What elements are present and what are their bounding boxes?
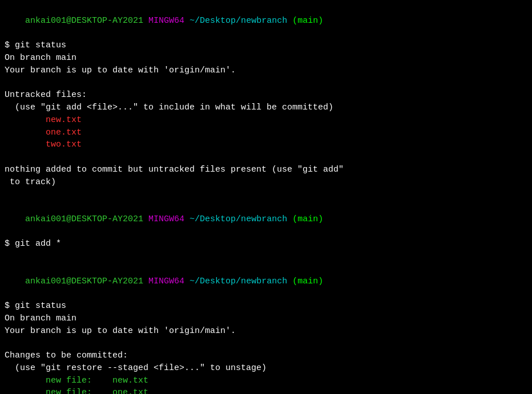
prompt-path-top: ~/Desktop/newbranch <box>190 16 287 26</box>
blank-line-3 <box>5 188 527 201</box>
prompt-user-top: ankai001@DESKTOP-AY2021 <box>25 16 143 26</box>
prompt-shell-top: MINGW64 <box>148 16 184 26</box>
output-to-track: to track) <box>5 176 527 189</box>
prompt-branch-2: (main) <box>292 214 323 224</box>
prompt-branch-3: (main) <box>292 277 323 286</box>
prompt-branch-top: (main) <box>292 16 323 26</box>
command-git-add: $ git add * <box>5 238 527 250</box>
blank-line-1 <box>5 77 527 90</box>
prompt-path-3: ~/Desktop/newbranch <box>190 277 287 286</box>
output-untracked-files: Untracked files: <box>5 89 527 101</box>
command-git-status-1: $ git status <box>5 39 527 52</box>
output-on-branch-2: On branch main <box>5 312 527 325</box>
new-file-new-txt: new file: new.txt <box>5 375 527 387</box>
new-file-one-txt: new file: one.txt <box>5 387 527 394</box>
prompt-shell-2: MINGW64 <box>148 214 184 224</box>
file-two-txt-1: two.txt <box>5 139 527 151</box>
blank-line-4 <box>5 250 527 263</box>
prompt-top-line: ankai001@DESKTOP-AY2021 MINGW64 ~/Deskto… <box>5 2 527 39</box>
output-changes-to-commit: Changes to be committed: <box>5 350 527 362</box>
output-up-to-date-1: Your branch is up to date with 'origin/m… <box>5 64 527 77</box>
terminal-window: ankai001@DESKTOP-AY2021 MINGW64 ~/Deskto… <box>0 0 532 394</box>
prompt-path-2: ~/Desktop/newbranch <box>190 214 287 224</box>
output-up-to-date-2: Your branch is up to date with 'origin/m… <box>5 325 527 338</box>
blank-line-2 <box>5 151 527 164</box>
prompt-line-2: ankai001@DESKTOP-AY2021 MINGW64 ~/Deskto… <box>5 201 527 238</box>
output-use-git-add-hint: (use "git add <file>..." to include in w… <box>5 101 527 114</box>
prompt-shell-3: MINGW64 <box>148 277 184 286</box>
prompt-user-2: ankai001@DESKTOP-AY2021 <box>25 214 143 224</box>
file-one-txt-1: one.txt <box>5 127 527 139</box>
prompt-user-3: ankai001@DESKTOP-AY2021 <box>25 277 143 286</box>
output-on-branch-1: On branch main <box>5 52 527 64</box>
output-nothing-added: nothing added to commit but untracked fi… <box>5 164 527 176</box>
prompt-line-3: ankai001@DESKTOP-AY2021 MINGW64 ~/Deskto… <box>5 263 527 300</box>
output-use-git-restore-hint: (use "git restore --staged <file>..." to… <box>5 362 527 375</box>
file-new-txt-1: new.txt <box>5 114 527 127</box>
command-git-status-2: $ git status <box>5 300 527 312</box>
blank-line-5 <box>5 337 527 350</box>
